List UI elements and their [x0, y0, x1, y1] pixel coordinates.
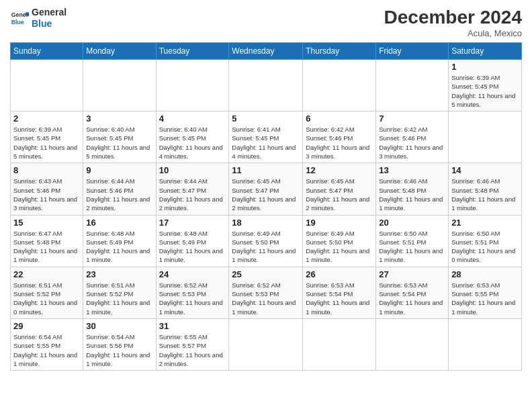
- day-info: Sunrise: 6:42 AMSunset: 5:46 PMDaylight:…: [379, 125, 445, 161]
- day-number: 20: [379, 218, 445, 228]
- day-number: 26: [306, 269, 373, 279]
- day-header-saturday: Saturday: [449, 43, 522, 60]
- day-header-wednesday: Wednesday: [229, 43, 303, 60]
- day-header-tuesday: Tuesday: [156, 43, 229, 60]
- calendar-day: 7Sunrise: 6:42 AMSunset: 5:46 PMDaylight…: [376, 111, 449, 163]
- week-row: 1Sunrise: 6:39 AMSunset: 5:45 PMDaylight…: [11, 60, 522, 111]
- calendar-day: 12Sunrise: 6:45 AMSunset: 5:47 PMDayligh…: [303, 163, 376, 215]
- day-number: 4: [159, 113, 226, 124]
- day-info: Sunrise: 6:45 AMSunset: 5:47 PMDaylight:…: [306, 177, 373, 212]
- week-row: 2Sunrise: 6:39 AMSunset: 5:45 PMDaylight…: [11, 111, 522, 163]
- day-info: Sunrise: 6:50 AMSunset: 5:51 PMDaylight:…: [451, 229, 519, 265]
- logo-blue: Blue: [32, 18, 66, 30]
- day-info: Sunrise: 6:52 AMSunset: 5:53 PMDaylight:…: [159, 281, 226, 316]
- day-number: 15: [13, 218, 80, 228]
- calendar-header-row: SundayMondayTuesdayWednesdayThursdayFrid…: [11, 43, 522, 60]
- calendar-day: 28Sunrise: 6:53 AMSunset: 5:55 PMDayligh…: [449, 267, 522, 318]
- day-info: Sunrise: 6:46 AMSunset: 5:48 PMDaylight:…: [451, 177, 519, 212]
- day-number: 17: [159, 218, 226, 228]
- calendar-day: 31Sunrise: 6:55 AMSunset: 5:57 PMDayligh…: [156, 318, 229, 370]
- empty-cell: [83, 60, 156, 111]
- week-row: 29Sunrise: 6:54 AMSunset: 5:55 PMDayligh…: [11, 318, 522, 370]
- day-info: Sunrise: 6:44 AMSunset: 5:47 PMDaylight:…: [159, 177, 226, 212]
- day-info: Sunrise: 6:53 AMSunset: 5:55 PMDaylight:…: [451, 281, 519, 316]
- day-info: Sunrise: 6:39 AMSunset: 5:45 PMDaylight:…: [451, 73, 519, 109]
- day-info: Sunrise: 6:48 AMSunset: 5:49 PMDaylight:…: [86, 229, 152, 265]
- day-number: 27: [379, 269, 445, 279]
- day-number: 5: [232, 113, 300, 124]
- day-info: Sunrise: 6:45 AMSunset: 5:47 PMDaylight:…: [232, 177, 300, 212]
- day-info: Sunrise: 6:54 AMSunset: 5:55 PMDaylight:…: [13, 332, 80, 368]
- calendar-day: 9Sunrise: 6:44 AMSunset: 5:46 PMDaylight…: [83, 163, 156, 215]
- calendar-day: 8Sunrise: 6:43 AMSunset: 5:46 PMDaylight…: [11, 163, 83, 215]
- day-number: 25: [232, 269, 300, 279]
- empty-cell: [376, 60, 449, 111]
- calendar-day: [303, 318, 376, 370]
- day-number: 10: [159, 165, 226, 175]
- calendar-day: 2Sunrise: 6:39 AMSunset: 5:45 PMDaylight…: [11, 111, 83, 163]
- calendar-table: SundayMondayTuesdayWednesdayThursdayFrid…: [10, 42, 522, 371]
- calendar-day: 24Sunrise: 6:52 AMSunset: 5:53 PMDayligh…: [156, 267, 229, 318]
- calendar-day: [376, 318, 449, 370]
- day-number: 14: [451, 165, 519, 175]
- month-title: December 2024: [384, 7, 522, 28]
- calendar-day: 26Sunrise: 6:53 AMSunset: 5:54 PMDayligh…: [303, 267, 376, 318]
- day-number: 18: [232, 218, 300, 228]
- day-info: Sunrise: 6:53 AMSunset: 5:54 PMDaylight:…: [306, 281, 373, 316]
- day-header-monday: Monday: [83, 43, 156, 60]
- day-number: 8: [13, 165, 80, 175]
- calendar-page: General Blue General Blue December 2024 …: [0, 0, 532, 377]
- day-info: Sunrise: 6:40 AMSunset: 5:45 PMDaylight:…: [159, 125, 226, 161]
- day-info: Sunrise: 6:52 AMSunset: 5:53 PMDaylight:…: [232, 281, 300, 316]
- calendar-day: 1Sunrise: 6:39 AMSunset: 5:45 PMDaylight…: [449, 60, 522, 111]
- day-number: 19: [306, 218, 373, 228]
- day-header-sunday: Sunday: [11, 43, 83, 60]
- calendar-day: 25Sunrise: 6:52 AMSunset: 5:53 PMDayligh…: [229, 267, 303, 318]
- day-header-friday: Friday: [376, 43, 449, 60]
- day-info: Sunrise: 6:51 AMSunset: 5:52 PMDaylight:…: [13, 281, 80, 316]
- empty-cell: [303, 60, 376, 111]
- day-number: 6: [306, 113, 373, 124]
- svg-text:Blue: Blue: [11, 19, 24, 26]
- calendar-day: 6Sunrise: 6:42 AMSunset: 5:46 PMDaylight…: [303, 111, 376, 163]
- day-info: Sunrise: 6:50 AMSunset: 5:51 PMDaylight:…: [379, 229, 445, 265]
- calendar-day: 27Sunrise: 6:53 AMSunset: 5:54 PMDayligh…: [376, 267, 449, 318]
- calendar-day: 3Sunrise: 6:40 AMSunset: 5:45 PMDaylight…: [83, 111, 156, 163]
- day-info: Sunrise: 6:43 AMSunset: 5:46 PMDaylight:…: [13, 177, 80, 212]
- title-area: December 2024 Acula, Mexico: [384, 7, 522, 38]
- day-info: Sunrise: 6:41 AMSunset: 5:45 PMDaylight:…: [232, 125, 300, 161]
- day-number: 22: [13, 269, 80, 279]
- day-info: Sunrise: 6:49 AMSunset: 5:50 PMDaylight:…: [232, 229, 300, 265]
- day-number: 31: [159, 321, 226, 331]
- day-number: 3: [86, 113, 152, 124]
- calendar-day: 17Sunrise: 6:48 AMSunset: 5:49 PMDayligh…: [156, 215, 229, 267]
- day-info: Sunrise: 6:53 AMSunset: 5:54 PMDaylight:…: [379, 281, 445, 316]
- day-info: Sunrise: 6:48 AMSunset: 5:49 PMDaylight:…: [159, 229, 226, 265]
- calendar-day: 23Sunrise: 6:51 AMSunset: 5:52 PMDayligh…: [83, 267, 156, 318]
- calendar-day: 22Sunrise: 6:51 AMSunset: 5:52 PMDayligh…: [11, 267, 83, 318]
- day-number: 21: [451, 218, 519, 228]
- day-info: Sunrise: 6:55 AMSunset: 5:57 PMDaylight:…: [159, 332, 226, 368]
- calendar-day: [449, 111, 522, 163]
- day-number: 13: [379, 165, 445, 175]
- day-info: Sunrise: 6:39 AMSunset: 5:45 PMDaylight:…: [13, 125, 80, 161]
- calendar-day: 13Sunrise: 6:46 AMSunset: 5:48 PMDayligh…: [376, 163, 449, 215]
- day-number: 29: [13, 321, 80, 331]
- day-number: 2: [13, 113, 80, 124]
- calendar-day: 18Sunrise: 6:49 AMSunset: 5:50 PMDayligh…: [229, 215, 303, 267]
- calendar-day: 19Sunrise: 6:49 AMSunset: 5:50 PMDayligh…: [303, 215, 376, 267]
- day-info: Sunrise: 6:51 AMSunset: 5:52 PMDaylight:…: [86, 281, 152, 316]
- calendar-day: 15Sunrise: 6:47 AMSunset: 5:48 PMDayligh…: [11, 215, 83, 267]
- day-info: Sunrise: 6:44 AMSunset: 5:46 PMDaylight:…: [86, 177, 152, 212]
- empty-cell: [11, 60, 83, 111]
- empty-cell: [156, 60, 229, 111]
- logo-general: General: [32, 7, 66, 18]
- location: Acula, Mexico: [384, 28, 522, 38]
- calendar-day: [229, 318, 303, 370]
- calendar-day: 29Sunrise: 6:54 AMSunset: 5:55 PMDayligh…: [11, 318, 83, 370]
- calendar-day: [449, 318, 522, 370]
- day-number: 11: [232, 165, 300, 175]
- day-number: 7: [379, 113, 445, 124]
- day-info: Sunrise: 6:47 AMSunset: 5:48 PMDaylight:…: [13, 229, 80, 265]
- week-row: 8Sunrise: 6:43 AMSunset: 5:46 PMDaylight…: [11, 163, 522, 215]
